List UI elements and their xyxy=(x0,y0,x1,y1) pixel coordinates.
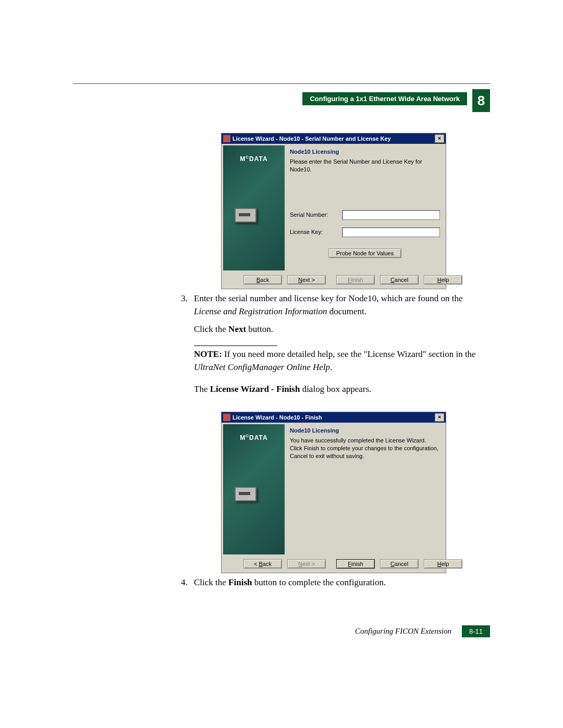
top-rule xyxy=(73,83,490,84)
cancel-button[interactable]: Cancel xyxy=(380,559,419,569)
finish-dialog-intro: The License Wizard - Finish dialog box a… xyxy=(194,383,490,396)
dialog-button-row: Back Next > Finish Cancel Help xyxy=(222,272,446,289)
dialog-sidebar-graphic: MCDATA xyxy=(223,145,285,270)
finish-button: Finish xyxy=(336,275,375,285)
app-icon xyxy=(223,135,230,142)
note-rule xyxy=(194,346,277,346)
dialog-button-row: < Back Next > Finish Cancel Help xyxy=(222,556,446,573)
back-button[interactable]: < Back xyxy=(243,559,282,569)
help-button[interactable]: Help xyxy=(424,275,462,285)
note-text: If you need more detailed help, see the … xyxy=(222,349,476,359)
next-button[interactable]: Next > xyxy=(287,275,326,285)
device-icon xyxy=(235,487,256,501)
footer-page-number: 8-11 xyxy=(462,625,490,637)
step-body: Click the Finish button to complete the … xyxy=(194,576,490,589)
cancel-button[interactable]: Cancel xyxy=(380,275,419,285)
section-title-bar: Configuring a 1x1 Ethernet Wide Area Net… xyxy=(302,92,467,105)
step-number: 4. xyxy=(177,576,188,589)
dialog-description: You have successfully completed the Lice… xyxy=(290,437,440,460)
step-4: 4. Click the Finish button to complete t… xyxy=(177,576,490,589)
footer-chapter-title: Configuring FICON Extension xyxy=(355,627,451,636)
step-text: Click the xyxy=(194,577,228,587)
page-header: Configuring a 1x1 Ethernet Wide Area Net… xyxy=(73,92,490,112)
license-wizard-screenshot-2: License Wizard - Node10 - Finish × MCDAT… xyxy=(221,412,446,573)
dialog-main: Node10 Licensing Please enter the Serial… xyxy=(288,145,444,270)
step-3: 3. Enter the serial number and license k… xyxy=(177,292,490,409)
dialog-name-bold: License Wizard - Finish xyxy=(210,384,300,394)
page-footer: Configuring FICON Extension 8-11 xyxy=(73,625,490,637)
close-icon[interactable]: × xyxy=(435,134,444,143)
next-button: Next > xyxy=(287,559,326,569)
dialog-sidebar-graphic: MCDATA xyxy=(223,424,285,554)
serial-number-input[interactable] xyxy=(342,210,440,220)
probe-button-row: Probe Node for Values xyxy=(290,249,440,258)
license-key-row: License Key: xyxy=(290,227,440,237)
dialog-titlebar: License Wizard - Node10 - Finish × xyxy=(222,412,446,423)
para-text: The xyxy=(194,384,210,394)
help-button[interactable]: Help xyxy=(424,559,462,569)
finish-bold: Finish xyxy=(228,577,252,587)
para-text: dialog box appears. xyxy=(300,384,371,394)
step-text: Click the xyxy=(194,324,228,334)
chapter-number-box: 8 xyxy=(472,89,490,112)
finish-button[interactable]: Finish xyxy=(336,559,375,569)
note-text: . xyxy=(330,362,332,372)
doc-title-italic: License and Registration Information xyxy=(194,306,327,316)
dialog-title: License Wizard - Node10 - Finish xyxy=(232,414,435,421)
dialog-titlebar: License Wizard - Node10 - Serial Number … xyxy=(222,133,446,144)
license-wizard-screenshot-1: License Wizard - Node10 - Serial Number … xyxy=(221,133,446,289)
next-bold: Next xyxy=(228,324,246,334)
dialog-heading: Node10 Licensing xyxy=(290,427,440,434)
note-prefix: NOTE: xyxy=(194,349,222,359)
probe-node-button[interactable]: Probe Node for Values xyxy=(328,249,401,258)
license-key-input[interactable] xyxy=(342,227,440,237)
step-body: Enter the serial number and license key … xyxy=(194,292,490,409)
step-text: document. xyxy=(327,306,366,316)
device-icon xyxy=(235,208,256,223)
close-icon[interactable]: × xyxy=(435,413,444,422)
dialog-heading: Node10 Licensing xyxy=(290,149,440,155)
step-text: button. xyxy=(246,324,273,334)
step-number: 3. xyxy=(177,292,188,409)
help-title-italic: UltraNet ConfigManager Online Help xyxy=(194,362,330,372)
step-text: Enter the serial number and license key … xyxy=(194,293,463,303)
license-key-label: License Key: xyxy=(290,229,342,235)
page: Configuring a 1x1 Ethernet Wide Area Net… xyxy=(0,0,563,679)
back-button[interactable]: Back xyxy=(243,275,282,285)
mcdata-logo: MCDATA xyxy=(223,145,285,163)
dialog-body: MCDATA Node10 Licensing You have success… xyxy=(222,423,446,556)
serial-number-label: Serial Number: xyxy=(290,212,342,218)
dialog-body: MCDATA Node10 Licensing Please enter the… xyxy=(222,144,446,272)
content-column: License Wizard - Node10 - Serial Number … xyxy=(177,133,490,589)
dialog-main: Node10 Licensing You have successfully c… xyxy=(288,424,444,554)
app-icon xyxy=(223,414,230,421)
mcdata-logo: MCDATA xyxy=(223,424,285,441)
serial-number-row: Serial Number: xyxy=(290,210,440,220)
note-block: NOTE: If you need more detailed help, se… xyxy=(194,348,490,374)
dialog-description: Please enter the Serial Number and Licen… xyxy=(290,158,440,174)
dialog-title: License Wizard - Node10 - Serial Number … xyxy=(232,135,435,142)
step-text: button to complete the configuration. xyxy=(252,577,386,587)
